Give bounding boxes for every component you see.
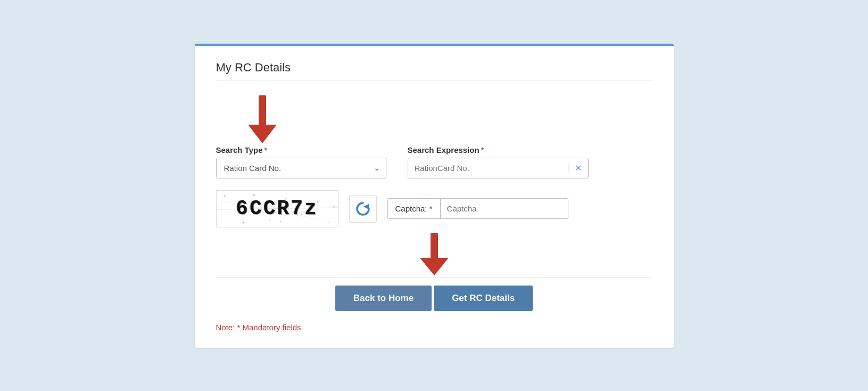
captcha-input[interactable] — [441, 199, 568, 218]
search-row: Search Type* Ration Card No. Aadhar Card… — [216, 145, 652, 178]
svg-rect-18 — [431, 233, 438, 260]
svg-point-2 — [224, 195, 225, 197]
captcha-refresh-button[interactable] — [349, 195, 377, 223]
captcha-image: 6CCR7z — [216, 190, 338, 227]
captcha-text: 6CCR7z — [236, 197, 318, 220]
red-arrow-down-icon-2 — [420, 233, 449, 275]
svg-point-4 — [253, 194, 254, 196]
search-type-select[interactable]: Ration Card No. Aadhar Card No. Mobile N… — [216, 158, 386, 178]
get-rc-details-button[interactable]: Get RC Details — [434, 286, 533, 311]
captcha-input-wrapper: Captcha: * — [387, 198, 568, 219]
svg-point-14 — [333, 206, 334, 207]
page-title: My RC Details — [216, 61, 652, 80]
refresh-icon — [355, 201, 371, 217]
arrow-indicator-bottom — [216, 233, 652, 275]
captcha-label: Captcha: * — [388, 199, 441, 218]
svg-rect-0 — [259, 95, 266, 127]
search-type-label: Search Type* — [216, 145, 386, 154]
search-expression-input[interactable] — [408, 158, 568, 178]
buttons-row: Back to Home Get RC Details — [216, 278, 652, 315]
red-arrow-down-icon — [248, 95, 277, 143]
svg-point-10 — [242, 222, 244, 223]
search-expression-label: Search Expression* — [408, 145, 589, 154]
svg-point-12 — [279, 221, 281, 222]
search-expression-wrapper[interactable]: ✕ — [408, 158, 589, 178]
search-expression-group: Search Expression* ✕ — [408, 145, 589, 178]
captcha-row: 6CCR7z Captcha: * — [216, 190, 652, 227]
svg-marker-1 — [248, 125, 277, 143]
back-to-home-button[interactable]: Back to Home — [335, 286, 432, 311]
search-type-select-wrapper[interactable]: Ration Card No. Aadhar Card No. Mobile N… — [216, 158, 386, 178]
arrow-indicator-top — [216, 95, 652, 143]
search-type-group: Search Type* Ration Card No. Aadhar Card… — [216, 145, 386, 178]
main-card: My RC Details Search Type* Ration Card N… — [195, 44, 674, 348]
mandatory-note: Note: * Mandatory fields — [216, 323, 652, 332]
svg-marker-19 — [420, 258, 449, 275]
svg-point-9 — [328, 222, 329, 223]
form-area: Search Type* Ration Card No. Aadhar Card… — [216, 90, 652, 332]
clear-icon[interactable]: ✕ — [568, 163, 588, 173]
svg-marker-17 — [363, 204, 369, 209]
